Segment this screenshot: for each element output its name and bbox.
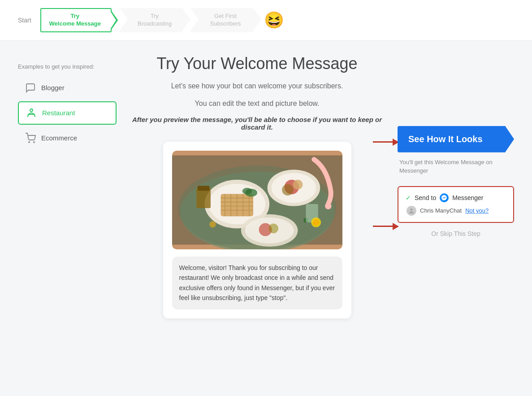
sidebar-item-blogger[interactable]: Blogger: [18, 77, 117, 99]
user-avatar: [407, 206, 416, 216]
page-title: Try Your Welcome Message: [156, 54, 357, 73]
preview-message-text: Welcome, visitor! Thank you for subscrib…: [179, 264, 335, 301]
nav-emoji: 😆: [264, 12, 284, 28]
user-row: Chris ManyChat Not you?: [406, 206, 506, 216]
skip-step-label: Or Skip This Step: [431, 230, 480, 237]
center-content: Try Your Welcome Message Let's see how y…: [125, 54, 389, 318]
chat-bubble-icon: [25, 83, 36, 93]
arrow-to-button: [373, 139, 399, 146]
user-name: Chris ManyChat: [420, 207, 462, 214]
preview-image: [172, 151, 342, 249]
main-content: Examples to get you inspired: Blogger Re…: [0, 41, 532, 332]
shopping-cart-icon: [25, 133, 36, 144]
messenger-icon: [440, 193, 449, 202]
top-navigation: Start TryWelcome Message TryBroadcasting…: [0, 0, 532, 41]
page-subtitle-2: You can edit the text and picture below.: [195, 98, 320, 109]
svg-point-24: [293, 180, 303, 190]
right-panel: See How It Looks You'll get this Welcome…: [398, 54, 514, 318]
svg-point-25: [282, 184, 293, 196]
svg-point-0: [30, 109, 33, 112]
person-tray-icon: [26, 108, 37, 118]
svg-point-3: [34, 142, 35, 143]
svg-point-32: [268, 223, 278, 233]
messenger-label: Messenger: [452, 194, 483, 201]
left-sidebar: Examples to get you inspired: Blogger Re…: [18, 54, 117, 318]
svg-rect-26: [196, 188, 211, 208]
svg-point-38: [410, 208, 412, 210]
see-how-note: You'll get this Welcome Message on Messe…: [398, 158, 514, 175]
send-to-label: Send to: [415, 194, 436, 201]
step-broadcasting[interactable]: TryBroadcasting: [120, 8, 182, 32]
sidebar-item-ecommerce[interactable]: Ecommerce: [18, 127, 117, 149]
skip-step-link[interactable]: Or Skip This Step: [398, 230, 514, 237]
page-subtitle-1: Let's see how your bot can welcome your …: [171, 80, 343, 92]
page-note: After you preview the message, you'll be…: [125, 116, 389, 131]
svg-rect-27: [198, 186, 209, 191]
preview-message[interactable]: Welcome, visitor! Thank you for subscrib…: [172, 257, 342, 309]
not-you-link[interactable]: Not you?: [465, 207, 489, 214]
svg-point-20: [242, 188, 252, 194]
arrow-to-send-box: [373, 223, 399, 230]
step-subscribers[interactable]: Get FirstSubscribers: [190, 8, 253, 32]
send-to-box: ✓ Send to Messenger Chris ManyChat: [398, 186, 514, 223]
nav-start-label: Start: [18, 17, 31, 24]
sidebar-blogger-label: Blogger: [41, 84, 65, 91]
checkmark-icon: ✓: [406, 194, 411, 201]
sidebar-title: Examples to get you inspired:: [18, 63, 117, 70]
svg-point-28: [325, 203, 331, 209]
sidebar-ecommerce-label: Ecommerce: [41, 134, 77, 142]
see-how-button-label: See How It Looks: [408, 134, 483, 144]
send-to-row: ✓ Send to Messenger: [406, 193, 506, 202]
sidebar-item-restaurant[interactable]: Restaurant: [18, 101, 117, 125]
see-how-button[interactable]: See How It Looks: [398, 126, 514, 152]
svg-point-33: [209, 221, 216, 227]
preview-card: Welcome, visitor! Thank you for subscrib…: [163, 142, 351, 318]
sidebar-restaurant-label: Restaurant: [42, 109, 75, 117]
svg-point-37: [312, 219, 319, 225]
step-welcome[interactable]: TryWelcome Message: [40, 8, 112, 32]
svg-point-2: [29, 142, 30, 143]
steps-container: TryWelcome Message TryBroadcasting Get F…: [40, 8, 253, 32]
